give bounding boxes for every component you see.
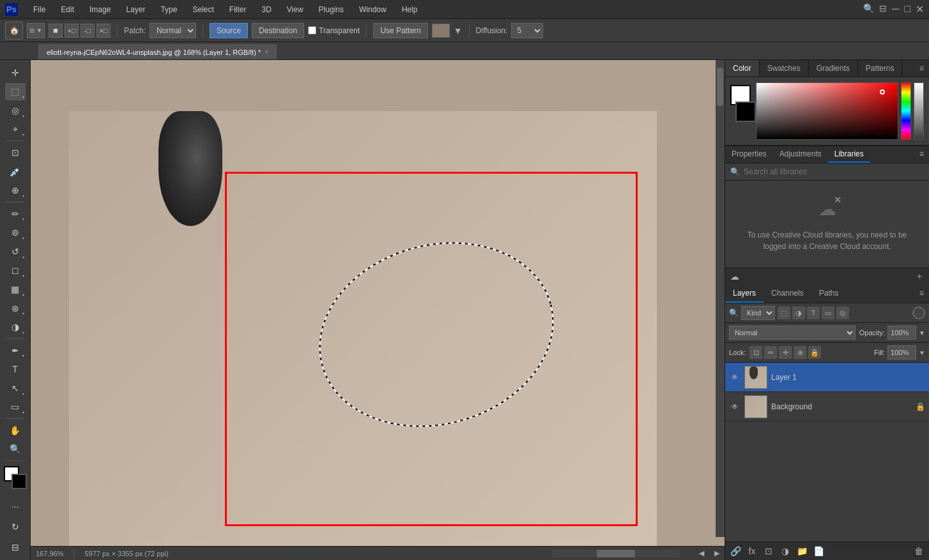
vertical-scrollbar[interactable]	[716, 60, 725, 537]
maximize-icon[interactable]: □	[904, 3, 910, 15]
tab-paths[interactable]: Paths	[811, 285, 847, 303]
menu-file[interactable]: File	[31, 4, 48, 15]
zoom-tool[interactable]: 🔍	[5, 441, 26, 458]
hue-slider[interactable]	[901, 82, 911, 140]
background-color[interactable]	[12, 474, 27, 489]
patch-tool-options[interactable]: ⊞ ▼	[27, 23, 45, 38]
menu-help[interactable]: Help	[399, 4, 420, 15]
lasso-tool[interactable]: ◎▾	[5, 102, 26, 119]
source-button[interactable]: Source	[210, 23, 248, 38]
fill-input[interactable]	[887, 345, 916, 359]
tab-patterns[interactable]: Patterns	[858, 60, 903, 77]
selection-tool[interactable]: ⬚▾	[5, 83, 26, 101]
tab-adjustments[interactable]: Adjustments	[773, 146, 828, 163]
transparent-check[interactable]: Transparent	[308, 26, 360, 35]
blur-tool[interactable]: ⊛▾	[5, 299, 26, 317]
filter-circle-toggle[interactable]	[912, 306, 925, 319]
lock-paint-icon[interactable]: ✏	[764, 346, 777, 359]
document-tab[interactable]: eliott-reyna-jCEpN62oWL4-unsplash.jpg @ …	[38, 44, 277, 59]
layers-panel-menu[interactable]: ≡	[914, 285, 929, 303]
crop-tool[interactable]: ⊡	[5, 144, 26, 162]
eraser-tool[interactable]: ◻▾	[5, 262, 26, 280]
nav-arrow-left[interactable]: ◀	[699, 549, 704, 557]
horizontal-scroll-thumb[interactable]	[597, 550, 635, 557]
menu-window[interactable]: Window	[357, 4, 389, 15]
horizontal-scrollbar[interactable]	[552, 550, 680, 557]
canvas-mode[interactable]: ⊟	[5, 538, 26, 556]
canvas-viewport[interactable]	[31, 60, 725, 546]
tab-channels[interactable]: Channels	[764, 285, 811, 303]
layer-item-layer1[interactable]: 👁 Layer 1	[725, 363, 929, 392]
home-icon[interactable]: 🏠	[5, 22, 23, 40]
filter-kind-select[interactable]: Kind	[741, 306, 775, 320]
menu-filter[interactable]: Filter	[227, 4, 249, 15]
search-icon[interactable]: 🔍	[863, 3, 874, 15]
nav-arrow-right[interactable]: ▶	[714, 549, 719, 557]
tab-swatches[interactable]: Swatches	[760, 60, 809, 77]
brush-tool[interactable]: ✏▾	[5, 205, 26, 223]
minimize-icon[interactable]: ─	[892, 3, 899, 15]
use-pattern-button[interactable]: Use Pattern	[373, 23, 427, 38]
path-selection[interactable]: ↖▾	[5, 379, 26, 397]
menu-select[interactable]: Select	[190, 4, 216, 15]
clone-tool[interactable]: ⊚▾	[5, 223, 26, 241]
dodge-tool[interactable]: ◑▾	[5, 318, 26, 336]
link-layers-icon[interactable]: 🔗	[729, 545, 742, 557]
add-sel-icon[interactable]: +□	[65, 24, 79, 38]
filter-shape-icon[interactable]: ▭	[822, 306, 834, 319]
pen-tool[interactable]: ✒▾	[5, 342, 26, 359]
opacity-arrow[interactable]: ▼	[919, 329, 925, 337]
color-picker-cursor[interactable]	[880, 89, 885, 95]
diffusion-select[interactable]: 5	[511, 23, 543, 38]
new-fill-layer-icon[interactable]: ◑	[779, 545, 792, 557]
more-tools[interactable]: ···	[5, 498, 26, 516]
library-add-icon[interactable]: ＋	[915, 271, 924, 282]
filter-icon-left[interactable]: 🔍	[729, 308, 739, 317]
tab-layers[interactable]: Layers	[725, 285, 764, 303]
magic-wand-tool[interactable]: ⌖▾	[5, 121, 26, 139]
add-mask-icon[interactable]: ⊡	[762, 545, 775, 557]
sub-panel-menu[interactable]: ≡	[914, 146, 929, 163]
filter-adjust-icon[interactable]: ◑	[792, 306, 805, 319]
menu-type[interactable]: Type	[158, 4, 180, 15]
pattern-thumbnail[interactable]	[432, 24, 450, 38]
new-layer-icon[interactable]: 📄	[812, 545, 825, 557]
delete-layer-icon[interactable]: 🗑	[912, 545, 925, 557]
shape-tool[interactable]: ▭▾	[5, 398, 26, 416]
filter-pixel-icon[interactable]: ⬚	[778, 306, 790, 319]
hand-tool[interactable]: ✋	[5, 421, 26, 439]
move-tool[interactable]: ✛	[5, 64, 26, 82]
filter-type-icon[interactable]: T	[807, 306, 820, 319]
tab-color[interactable]: Color	[725, 60, 760, 77]
tab-libraries[interactable]: Libraries	[828, 146, 870, 163]
gradient-tool[interactable]: ▦▾	[5, 280, 26, 298]
subtract-sel-icon[interactable]: -□	[81, 24, 95, 38]
new-group-icon[interactable]: 📁	[795, 545, 808, 557]
layer1-visibility-toggle[interactable]: 👁	[729, 372, 741, 383]
arrange-icon[interactable]: ⊟	[879, 3, 887, 15]
library-search-input[interactable]	[744, 167, 924, 176]
vertical-scroll-thumb[interactable]	[717, 68, 723, 106]
history-brush[interactable]: ↺▾	[5, 243, 26, 261]
lock-artboard-icon[interactable]: ⊕	[794, 346, 806, 359]
menu-3d[interactable]: 3D	[259, 4, 273, 15]
tab-gradients[interactable]: Gradients	[809, 60, 858, 77]
square-sel-icon[interactable]: ■	[49, 24, 63, 38]
eyedropper-tool[interactable]: 💉	[5, 163, 26, 181]
background-color-swatch[interactable]	[735, 102, 756, 122]
fill-arrow[interactable]: ▼	[919, 349, 925, 356]
color-panel-menu[interactable]: ≡	[914, 60, 929, 77]
layer-fx-icon[interactable]: fx	[746, 545, 758, 557]
healing-tool[interactable]: ⊕▾	[5, 181, 26, 199]
intersect-sel-icon[interactable]: ×□	[96, 24, 111, 38]
lock-transparency-icon[interactable]: ⊡	[749, 346, 762, 359]
menu-view[interactable]: View	[284, 4, 306, 15]
opacity-slider-vertical[interactable]	[914, 82, 924, 140]
color-switcher[interactable]	[4, 466, 27, 488]
color-spectrum[interactable]	[756, 82, 898, 140]
close-icon[interactable]: ✕	[916, 3, 924, 15]
library-cloud-icon[interactable]: ☁	[730, 271, 739, 282]
blend-mode-select[interactable]: Normal	[729, 326, 856, 340]
lock-move-icon[interactable]: ✛	[779, 346, 792, 359]
opacity-input[interactable]	[887, 326, 916, 340]
